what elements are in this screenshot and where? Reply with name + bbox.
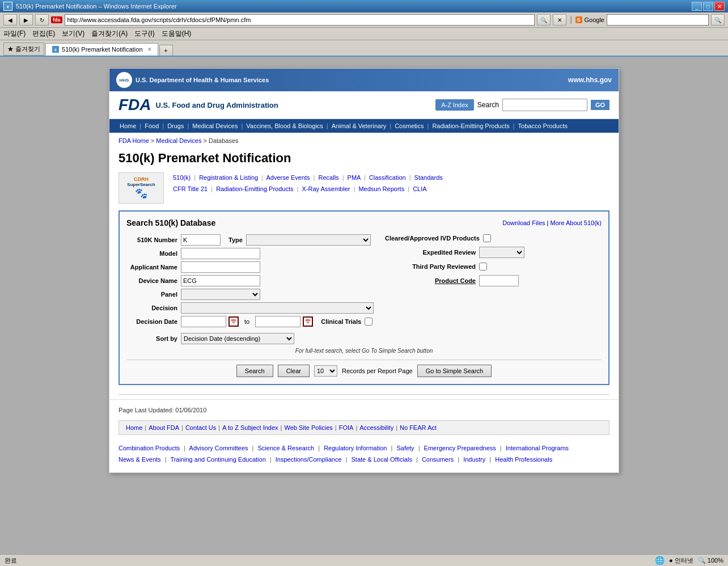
address-input[interactable]	[65, 14, 535, 26]
menu-file[interactable]: 파일(F)	[3, 29, 26, 39]
search-icon[interactable]: 🔍	[537, 14, 551, 26]
link-classification[interactable]: Classification	[369, 174, 406, 181]
fda-go-button[interactable]: GO	[591, 100, 610, 110]
footer-link-regulatory[interactable]: Regulatory Information	[324, 445, 387, 451]
footer-link-advisory[interactable]: Advisory Committees	[189, 445, 248, 451]
nav-animal[interactable]: Animal & Veterinary	[328, 121, 390, 130]
new-tab-button[interactable]: +	[159, 45, 173, 56]
favorites-star[interactable]: ★ 즐겨찾기	[3, 43, 44, 56]
checkbox-clinical-trials[interactable]	[365, 318, 373, 326]
link-registration[interactable]: Registration & Listing	[199, 174, 258, 181]
fda-search-label: Search	[477, 101, 499, 109]
page-content: HHS U.S. Department of Health & Human Se…	[0, 57, 728, 544]
row-third-party: Third Party Reviewed	[385, 263, 544, 271]
breadcrumb-fda-home[interactable]: FDA Home	[118, 137, 149, 144]
input-model[interactable]	[181, 248, 260, 259]
link-clia[interactable]: CLIA	[413, 185, 426, 192]
input-date-from[interactable]	[181, 316, 226, 327]
close-button[interactable]: ✕	[714, 2, 725, 11]
input-device-name[interactable]	[181, 275, 260, 286]
checkbox-cleared-ivd[interactable]	[483, 234, 491, 242]
nav-radiation[interactable]: Radiation-Emitting Products	[429, 121, 513, 130]
footer-link-health-professionals[interactable]: Health Professionals	[495, 456, 552, 463]
footer-link-international[interactable]: International Programs	[506, 445, 569, 451]
footer-link-combination[interactable]: Combination Products	[118, 445, 180, 451]
link-medsun[interactable]: Medsun Reports	[358, 185, 404, 192]
stop-button[interactable]: ✕	[553, 14, 566, 26]
footer-link-contact[interactable]: Contact Us	[185, 424, 216, 431]
input-applicant[interactable]	[181, 261, 260, 273]
footer-link-industry[interactable]: Industry	[463, 456, 485, 463]
clear-button[interactable]: Clear	[278, 365, 310, 377]
link-standards[interactable]: Standards	[414, 174, 443, 181]
footer-link-az-index[interactable]: A to Z Subject Index	[222, 424, 278, 431]
nav-medical-devices[interactable]: Medical Devices	[189, 121, 241, 130]
link-pma[interactable]: PMA	[348, 174, 361, 181]
menu-favorites[interactable]: 즐겨찾기(A)	[91, 29, 128, 39]
nav-vaccines[interactable]: Vaccines, Blood & Biologics	[243, 121, 327, 130]
fda-search-input[interactable]	[502, 99, 587, 111]
hhs-url[interactable]: www.hhs.gov	[568, 76, 612, 84]
nav-drugs[interactable]: Drugs	[164, 121, 187, 130]
select-expedited[interactable]: Yes No	[479, 247, 524, 258]
footer-link-consumers[interactable]: Consumers	[422, 456, 454, 463]
refresh-button[interactable]: ↻	[35, 14, 49, 26]
input-date-to[interactable]	[255, 316, 300, 327]
footer-link-training[interactable]: Training and Continuing Education	[170, 456, 265, 463]
link-adverse-events[interactable]: Adverse Events	[266, 174, 310, 181]
checkbox-third-party[interactable]	[479, 263, 487, 271]
menu-view[interactable]: 보기(V)	[62, 29, 84, 39]
minimize-button[interactable]: _	[692, 2, 702, 11]
calendar-from-icon[interactable]: 📅	[228, 316, 239, 327]
input-product-code[interactable]	[479, 275, 519, 286]
nav-cosmetics[interactable]: Cosmetics	[391, 121, 427, 130]
nav-tobacco[interactable]: Tobacco Products	[515, 121, 571, 130]
footer-link-home[interactable]: Home	[126, 424, 142, 431]
footer-link-about-fda[interactable]: About FDA	[149, 424, 179, 431]
download-files-link[interactable]: Download Files	[502, 219, 545, 226]
az-index-button[interactable]: A-Z Index	[435, 99, 474, 111]
footer-link-accessibility[interactable]: Accessibility	[359, 424, 393, 431]
footer-link-inspections[interactable]: Inspections/Compliance	[276, 456, 342, 463]
menu-help[interactable]: 도움말(H)	[162, 29, 192, 39]
back-button[interactable]: ◀	[3, 14, 17, 26]
window-controls: _ □ ✕	[692, 2, 725, 11]
hhs-header: HHS U.S. Department of Health & Human Se…	[109, 69, 619, 91]
input-510k-number[interactable]	[181, 234, 221, 246]
select-decision[interactable]	[181, 302, 374, 314]
active-tab[interactable]: e 510(k) Premarket Notification ✕	[45, 43, 158, 56]
select-type[interactable]: Traditional Abbreviated Special	[246, 234, 371, 246]
link-cfr-title21[interactable]: CFR Title 21	[173, 185, 208, 192]
footer-link-emergency[interactable]: Emergency Preparedness	[424, 445, 496, 451]
tab-close-icon[interactable]: ✕	[147, 47, 152, 52]
simple-search-button[interactable]: Go to Simple Search	[417, 365, 492, 377]
link-recalls[interactable]: Recalls	[319, 174, 339, 181]
select-sort[interactable]: Decision Date (descending) Decision Date…	[181, 333, 294, 344]
records-select[interactable]: 10 25 50 100	[314, 365, 337, 377]
nav-home[interactable]: Home	[116, 121, 139, 130]
forward-button[interactable]: ▶	[19, 14, 33, 26]
footer-link-news[interactable]: News & Events	[118, 456, 161, 463]
footer-link-state-local[interactable]: State & Local Officials	[352, 456, 412, 463]
calendar-to-icon[interactable]: 📅	[303, 316, 313, 327]
footer-link-web-policies[interactable]: Web Site Policies	[284, 424, 332, 431]
nav-food[interactable]: Food	[141, 121, 162, 130]
menu-tools[interactable]: 도구(I)	[134, 29, 154, 39]
browser-search-input[interactable]	[607, 14, 709, 26]
breadcrumb-medical-devices[interactable]: Medical Devices	[156, 137, 201, 144]
link-510k[interactable]: 510(k)	[173, 174, 191, 181]
footer-link-foia[interactable]: FOIA	[339, 424, 354, 431]
label-product-code[interactable]: Product Code	[385, 277, 476, 284]
page-updated: Page Last Updated: 01/06/2010	[109, 399, 619, 420]
menu-edit[interactable]: 편집(E)	[32, 29, 55, 39]
link-radiation-emitting[interactable]: Radiation-Emitting Products	[216, 185, 293, 192]
link-xray-assembler[interactable]: X-Ray Assembler	[302, 185, 350, 192]
more-about-link[interactable]: More About 510(k)	[551, 219, 602, 226]
footer-link-science[interactable]: Science & Research	[258, 445, 315, 451]
footer-link-no-fear[interactable]: No FEAR Act	[400, 424, 437, 431]
select-panel[interactable]	[181, 289, 260, 300]
browser-search-go[interactable]: 🔍	[711, 14, 725, 26]
maximize-button[interactable]: □	[703, 2, 713, 11]
search-button[interactable]: Search	[236, 365, 273, 377]
footer-link-safety[interactable]: Safety	[396, 445, 414, 451]
